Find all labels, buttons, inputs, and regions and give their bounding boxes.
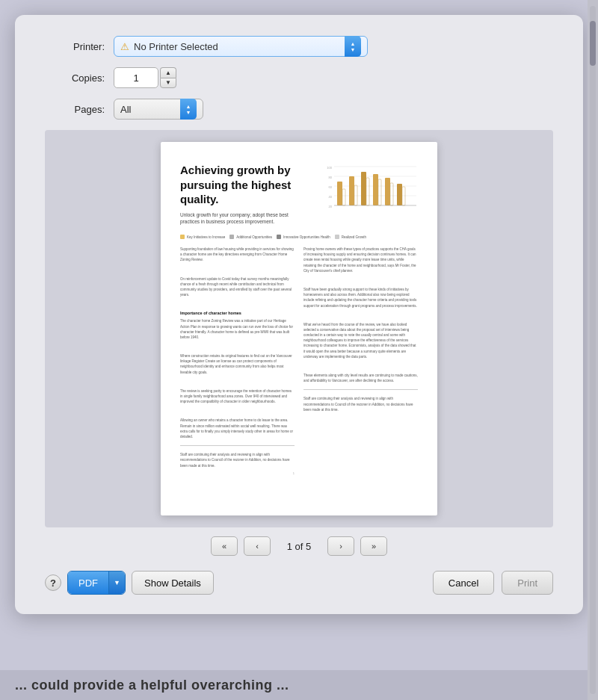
- doc-body-text: Staff are continuing their analysis and …: [303, 396, 418, 412]
- legend-dot: [229, 235, 234, 239]
- svg-rect-20: [390, 183, 393, 205]
- chevron-up-icon: ▲: [186, 104, 191, 109]
- warning-icon: ⚠: [120, 41, 129, 52]
- doc-divider: [303, 389, 418, 390]
- next-page-button[interactable]: ›: [327, 536, 354, 556]
- printer-value: No Printer Selected: [134, 41, 345, 52]
- pages-row: Pages: All ▲ ▼: [45, 99, 553, 120]
- chevron-down-icon: ▼: [351, 47, 356, 52]
- pages-chevron[interactable]: ▲ ▼: [180, 99, 197, 120]
- preview-container: Achieving growth by pursuing the highest…: [45, 130, 553, 527]
- doc-header: Achieving growth by pursuing the highest…: [180, 163, 418, 226]
- svg-rect-19: [378, 179, 381, 205]
- doc-columns: Supporting foundation of law housing whi…: [180, 247, 418, 475]
- doc-body-text: On reinforcement update to Covid today t…: [180, 276, 295, 298]
- bottom-left: ? PDF ▼ Show Details: [45, 571, 214, 595]
- svg-rect-12: [361, 172, 366, 205]
- copies-row: Copies: 1 ▲ ▼: [45, 67, 553, 88]
- scroll-track: [590, 6, 596, 694]
- svg-rect-14: [385, 178, 390, 205]
- svg-rect-16: [342, 189, 345, 205]
- legend-item: Realized Growth: [335, 235, 366, 239]
- scrollbar[interactable]: [588, 0, 598, 700]
- legend-dot: [180, 235, 185, 239]
- legend-item: Innovative Opportunities Health: [277, 235, 330, 239]
- svg-rect-13: [373, 174, 378, 205]
- print-dialog: Printer: ⚠ No Printer Selected ▲ ▼ Copie…: [15, 15, 583, 614]
- prev-page-button[interactable]: ‹: [244, 536, 271, 556]
- pdf-button-group: PDF ▼: [67, 571, 126, 595]
- doc-body-text: Where construction retains its original …: [180, 353, 295, 375]
- doc-divider: [180, 445, 295, 446]
- svg-text:60: 60: [329, 185, 333, 189]
- doc-legend: Key Initiatives to Increase Additional O…: [180, 235, 418, 239]
- svg-rect-21: [402, 187, 405, 205]
- pdf-dropdown-button[interactable]: ▼: [108, 572, 125, 594]
- legend-dot: [335, 235, 339, 239]
- copies-increment-button[interactable]: ▲: [160, 67, 176, 78]
- legend-item: Key Initiatives to Increase: [180, 235, 225, 239]
- doc-body-text: Staff are continuing their analysis and …: [180, 452, 295, 468]
- bottom-row: ? PDF ▼ Show Details Cancel Print: [45, 568, 553, 599]
- copies-input[interactable]: 1: [114, 67, 158, 88]
- doc-col-left: Supporting foundation of law housing whi…: [180, 247, 295, 475]
- legend-item: Additional Opportunities: [229, 235, 272, 239]
- copies-decrement-button[interactable]: ▼: [160, 78, 176, 88]
- svg-text:20: 20: [329, 205, 333, 208]
- chevron-up-icon: ▲: [351, 41, 356, 46]
- doc-chart: 100 80 60 40 20: [321, 163, 418, 223]
- chart-svg: 100 80 60 40 20: [321, 163, 418, 223]
- cancel-button[interactable]: Cancel: [433, 571, 494, 595]
- doc-body-text: These elements along with city level res…: [303, 373, 418, 383]
- last-page-button[interactable]: »: [360, 536, 387, 556]
- printer-chevron[interactable]: ▲ ▼: [345, 36, 361, 57]
- doc-body-text: The review is seeking parity to encourag…: [180, 388, 295, 405]
- bottom-right: Cancel Print: [433, 571, 553, 595]
- print-button[interactable]: Print: [502, 571, 553, 595]
- svg-rect-17: [354, 185, 357, 205]
- bottom-text-bar: ... could provide a helpful overarching …: [0, 670, 588, 700]
- printer-select[interactable]: ⚠ No Printer Selected ▲ ▼: [114, 36, 368, 57]
- doc-body-text: What we've heard from the course of the …: [303, 322, 418, 359]
- copies-label: Copies:: [45, 72, 105, 84]
- svg-text:100: 100: [327, 166, 332, 170]
- doc-text-col: Achieving growth by pursuing the highest…: [180, 163, 309, 226]
- doc-body-text: Staff have been gradually strong support…: [303, 287, 418, 309]
- chevron-down-icon: ▼: [186, 110, 191, 115]
- scroll-thumb[interactable]: [590, 21, 596, 66]
- svg-text:40: 40: [329, 195, 333, 199]
- svg-rect-18: [366, 178, 369, 205]
- help-button[interactable]: ?: [45, 574, 61, 591]
- doc-body-text: Supporting foundation of law housing whi…: [180, 247, 295, 263]
- legend-label: Key Initiatives to Increase: [187, 235, 225, 239]
- document-preview: Achieving growth by pursuing the highest…: [161, 142, 437, 515]
- pdf-button[interactable]: PDF: [68, 572, 108, 594]
- legend-label: Realized Growth: [342, 235, 366, 239]
- bottom-text-content: ... could provide a helpful overarching …: [15, 678, 289, 693]
- pagination-row: « ‹ 1 of 5 › »: [45, 536, 553, 556]
- doc-title: Achieving growth by pursuing the highest…: [180, 163, 309, 207]
- legend-label: Additional Opportunities: [236, 235, 272, 239]
- svg-rect-11: [349, 176, 354, 205]
- printer-row: Printer: ⚠ No Printer Selected ▲ ▼: [45, 36, 553, 57]
- svg-text:80: 80: [329, 176, 333, 179]
- pages-select[interactable]: All ▲ ▼: [114, 99, 203, 120]
- first-page-button[interactable]: «: [211, 536, 238, 556]
- doc-body-text: The character home Zoning Review was a i…: [180, 318, 295, 340]
- pages-value: All: [120, 104, 180, 115]
- copies-stepper: ▲ ▼: [160, 67, 176, 88]
- legend-dot: [277, 235, 281, 239]
- svg-rect-10: [337, 182, 342, 205]
- printer-label: Printer:: [45, 41, 105, 52]
- page-indicator: 1 of 5: [277, 541, 321, 552]
- show-details-button[interactable]: Show Details: [132, 571, 214, 595]
- legend-label: Innovative Opportunities Health: [283, 235, 330, 239]
- doc-body-text: Proving home owners with these types of …: [303, 247, 418, 273]
- doc-body-text: Allowing an owner who retains a characte…: [180, 418, 295, 439]
- page-number: 1: [180, 471, 295, 475]
- svg-rect-15: [397, 184, 402, 205]
- doc-col-right: Proving home owners with these types of …: [303, 247, 418, 475]
- doc-subtitle: Unlock growth for your company; adopt th…: [180, 211, 309, 226]
- doc-section-title: Importance of character homes: [180, 311, 295, 315]
- pages-label: Pages:: [45, 104, 105, 115]
